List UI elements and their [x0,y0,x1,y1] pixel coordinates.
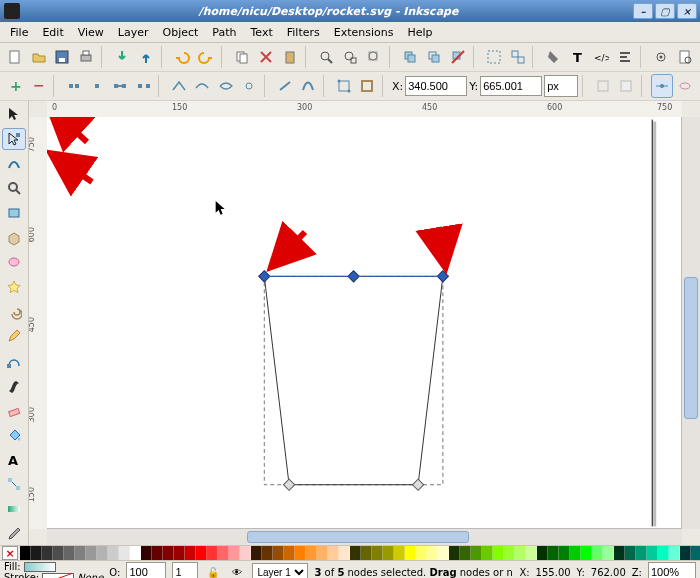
palette-swatch[interactable] [372,546,383,560]
palette-swatch[interactable] [493,546,504,560]
show-handles-button[interactable] [651,74,672,98]
redo-button[interactable] [195,45,217,69]
palette-swatch[interactable] [581,546,592,560]
palette-swatch[interactable] [383,546,394,560]
zoom-input[interactable] [648,562,696,578]
scrollbar-vertical[interactable] [681,117,700,529]
pencil-tool[interactable] [2,325,26,348]
menu-edit[interactable]: Edit [36,24,69,41]
stroke-swatch[interactable] [42,573,74,579]
new-doc-button[interactable] [4,45,26,69]
gradient-tool[interactable] [2,498,26,521]
palette-swatch[interactable] [405,546,416,560]
delete-node-button[interactable]: − [27,74,48,98]
palette-swatch[interactable] [647,546,658,560]
palette-swatch[interactable] [504,546,515,560]
palette-swatch[interactable] [515,546,526,560]
palette-swatch[interactable] [75,546,86,560]
group-button[interactable] [483,45,505,69]
delete-segment-button[interactable] [133,74,154,98]
zoom-draw-button[interactable] [339,45,361,69]
undo-button[interactable] [172,45,194,69]
palette-swatch[interactable] [669,546,680,560]
zoom-sel-button[interactable] [315,45,337,69]
text-tool[interactable]: A [2,448,26,471]
selector-tool[interactable] [2,103,26,126]
palette-swatch[interactable] [460,546,471,560]
ellipse-tool[interactable] [2,251,26,274]
menu-view[interactable]: View [72,24,110,41]
rect-tool[interactable] [2,202,26,225]
zoom-tool[interactable] [2,177,26,200]
ungroup-button[interactable] [507,45,529,69]
scrollbar-horizontal[interactable] [47,528,682,545]
fill-stroke-dialog-button[interactable] [543,45,565,69]
palette-swatch[interactable] [20,546,31,560]
layer-select[interactable]: Layer 1 [252,563,308,578]
segment-line-button[interactable] [274,74,295,98]
palette-swatch[interactable] [394,546,405,560]
palette-swatch[interactable] [603,546,614,560]
opacity-input[interactable] [126,562,166,578]
palette-swatch[interactable] [526,546,537,560]
palette-none-swatch[interactable]: × [2,546,18,560]
palette-swatch[interactable] [482,546,493,560]
segment-curve-button[interactable] [297,74,318,98]
paste-button[interactable] [279,45,301,69]
palette-swatch[interactable] [427,546,438,560]
layer-visible-icon[interactable]: 👁 [228,563,246,578]
menu-layer[interactable]: Layer [112,24,155,41]
menu-filters[interactable]: Filters [281,24,326,41]
node-smooth-button[interactable] [192,74,213,98]
calligraphy-tool[interactable] [2,374,26,397]
palette-swatch[interactable] [449,546,460,560]
palette-swatch[interactable] [636,546,647,560]
palette-swatch[interactable] [284,546,295,560]
break-node-button[interactable] [63,74,84,98]
text-dialog-button[interactable]: T [567,45,589,69]
object-to-path-button[interactable] [333,74,354,98]
palette-swatch[interactable] [361,546,372,560]
bezier-tool[interactable] [2,350,26,373]
palette-swatch[interactable] [416,546,427,560]
clone-button[interactable] [423,45,445,69]
palette-swatch[interactable] [251,546,262,560]
palette-swatch[interactable] [108,546,119,560]
stroke-to-path-button[interactable] [356,74,377,98]
spiral-tool[interactable] [2,300,26,323]
menu-path[interactable]: Path [206,24,242,41]
export-button[interactable] [135,45,157,69]
palette-swatch[interactable] [471,546,482,560]
palette-swatch[interactable] [614,546,625,560]
canvas[interactable] [47,117,682,529]
palette-swatch[interactable] [658,546,669,560]
palette-swatch[interactable] [174,546,185,560]
prefs-button[interactable] [650,45,672,69]
node-unit-select[interactable] [544,75,578,97]
dropper-tool[interactable] [2,522,26,545]
layer-lock-icon[interactable]: 🔓 [204,563,222,578]
open-button[interactable] [28,45,50,69]
doc-prefs-button[interactable] [674,45,696,69]
palette-swatch[interactable] [570,546,581,560]
menu-extensions[interactable]: Extensions [328,24,400,41]
palette-swatch[interactable] [64,546,75,560]
palette-swatch[interactable] [53,546,64,560]
connector-tool[interactable] [2,473,26,496]
palette-swatch[interactable] [185,546,196,560]
node-x-input[interactable] [405,76,467,96]
insert-node-button[interactable]: + [4,74,25,98]
save-button[interactable] [52,45,74,69]
palette-swatch[interactable] [196,546,207,560]
align-dialog-button[interactable] [614,45,636,69]
join-segment-button[interactable] [110,74,131,98]
eraser-tool[interactable] [2,399,26,422]
palette-swatch[interactable] [625,546,636,560]
tweak-tool[interactable] [2,152,26,175]
edit-mask-button[interactable] [616,74,637,98]
palette-swatch[interactable] [229,546,240,560]
minimize-button[interactable]: – [633,3,653,19]
bucket-tool[interactable] [2,424,26,447]
print-button[interactable] [75,45,97,69]
palette-swatch[interactable] [592,546,603,560]
